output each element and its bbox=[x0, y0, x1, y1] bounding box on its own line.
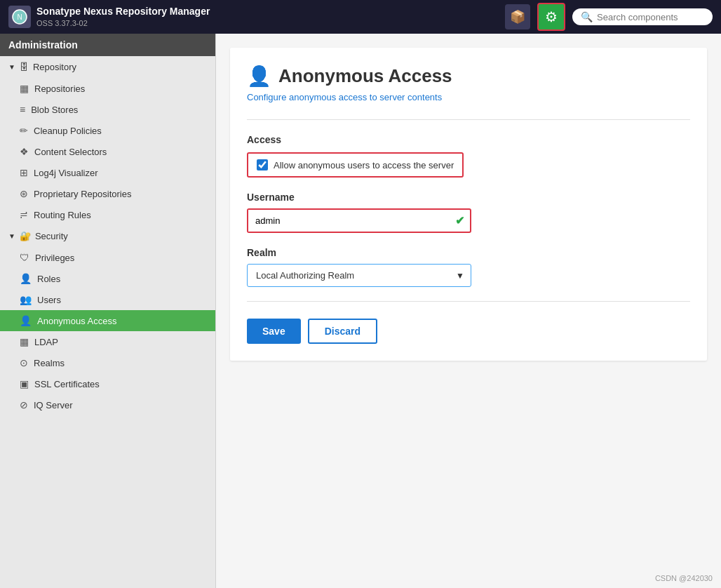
log4j-icon: ⊞ bbox=[20, 167, 28, 178]
app-body: Administration ▼ 🗄 Repository ▦ Reposito… bbox=[0, 34, 721, 588]
routing-icon: ≓ bbox=[20, 209, 28, 220]
allow-anonymous-checkbox[interactable] bbox=[257, 159, 268, 171]
security-icon: 🔐 bbox=[20, 231, 31, 241]
realm-select-wrapper: Local Authorizing Realm LDAP Realm Conan… bbox=[247, 264, 471, 287]
users-icon: 👥 bbox=[20, 294, 32, 305]
repository-section-header[interactable]: ▼ 🗄 Repository bbox=[0, 56, 215, 78]
sidebar-item-proprietary-repos[interactable]: ⊛ Proprietary Repositories bbox=[0, 183, 215, 204]
sidebar-item-ldap[interactable]: ▦ LDAP bbox=[0, 331, 215, 352]
button-group: Save Discard bbox=[247, 319, 690, 344]
app-logo: N Sonatype Nexus Repository Manager OSS … bbox=[8, 6, 210, 28]
realm-field-group: Realm Local Authorizing Realm LDAP Realm… bbox=[247, 247, 690, 287]
sidebar-item-routing-rules[interactable]: ≓ Routing Rules bbox=[0, 204, 215, 225]
section-divider bbox=[247, 119, 690, 120]
username-input[interactable] bbox=[248, 210, 455, 232]
discard-button[interactable]: Discard bbox=[308, 319, 377, 344]
browse-icon[interactable]: 📦 bbox=[505, 4, 530, 29]
save-button[interactable]: Save bbox=[247, 319, 301, 344]
anonymous-access-icon: 👤 bbox=[20, 315, 32, 326]
content-selectors-icon: ❖ bbox=[20, 146, 29, 157]
sidebar-item-iq-server[interactable]: ⊘ IQ Server bbox=[0, 394, 215, 415]
navbar: N Sonatype Nexus Repository Manager OSS … bbox=[0, 0, 721, 34]
button-divider bbox=[247, 301, 690, 302]
sidebar-item-cleanup-policies[interactable]: ✏ Cleanup Policies bbox=[0, 120, 215, 141]
svg-text:N: N bbox=[17, 13, 22, 21]
app-title: Sonatype Nexus Repository Manager OSS 3.… bbox=[36, 6, 210, 28]
admin-header: Administration bbox=[0, 34, 215, 56]
page-header-icon: 👤 bbox=[247, 65, 271, 88]
allow-anonymous-checkbox-wrapper[interactable]: Allow anonymous users to access the serv… bbox=[247, 152, 464, 178]
chevron-down-icon: ▼ bbox=[8, 63, 15, 71]
sidebar-item-log4j[interactable]: ⊞ Log4j Visualizer bbox=[0, 162, 215, 183]
page-header: 👤 Anonymous Access bbox=[247, 65, 690, 88]
search-bar[interactable]: 🔍 bbox=[572, 8, 713, 25]
sidebar-item-ssl-certificates[interactable]: ▣ SSL Certificates bbox=[0, 373, 215, 394]
username-field-group: Username ✔ bbox=[247, 192, 690, 233]
username-label: Username bbox=[247, 192, 690, 203]
search-icon: 🔍 bbox=[581, 11, 593, 22]
sidebar-item-content-selectors[interactable]: ❖ Content Selectors bbox=[0, 141, 215, 162]
ssl-icon: ▣ bbox=[20, 378, 29, 389]
sidebar-item-roles[interactable]: 👤 Roles bbox=[0, 268, 215, 289]
settings-icon[interactable]: ⚙ bbox=[537, 3, 565, 31]
realm-select[interactable]: Local Authorizing Realm LDAP Realm Conan… bbox=[247, 264, 471, 287]
security-section-header[interactable]: ▼ 🔐 Security bbox=[0, 225, 215, 247]
content-area: 👤 Anonymous Access Configure anonymous a… bbox=[230, 48, 707, 361]
blob-stores-icon: ≡ bbox=[20, 104, 25, 115]
watermark: CSDN @242030 bbox=[655, 574, 713, 582]
sidebar-item-anonymous-access[interactable]: 👤 Anonymous Access bbox=[0, 310, 215, 331]
repositories-icon: ▦ bbox=[20, 83, 29, 94]
proprietary-icon: ⊛ bbox=[20, 188, 28, 199]
privileges-icon: 🛡 bbox=[20, 252, 29, 263]
sidebar-item-realms[interactable]: ⊙ Realms bbox=[0, 352, 215, 373]
chevron-down-icon-security: ▼ bbox=[8, 232, 15, 240]
username-input-wrapper: ✔ bbox=[247, 208, 471, 233]
valid-checkmark-icon: ✔ bbox=[455, 214, 470, 227]
cleanup-icon: ✏ bbox=[20, 125, 28, 136]
access-section-label: Access bbox=[247, 134, 690, 145]
iq-server-icon: ⊘ bbox=[20, 399, 28, 410]
repository-icon: 🗄 bbox=[20, 62, 29, 72]
realm-label: Realm bbox=[247, 247, 690, 258]
sidebar-item-blob-stores[interactable]: ≡ Blob Stores bbox=[0, 99, 215, 120]
sidebar-item-users[interactable]: 👥 Users bbox=[0, 289, 215, 310]
logo-icon: N bbox=[8, 6, 31, 28]
sidebar-item-repositories[interactable]: ▦ Repositories bbox=[0, 78, 215, 99]
sidebar-item-privileges[interactable]: 🛡 Privileges bbox=[0, 247, 215, 268]
ldap-icon: ▦ bbox=[20, 336, 29, 347]
page-title: Anonymous Access bbox=[278, 65, 452, 87]
realms-icon: ⊙ bbox=[20, 357, 28, 368]
sidebar: Administration ▼ 🗄 Repository ▦ Reposito… bbox=[0, 34, 216, 588]
allow-anonymous-label: Allow anonymous users to access the serv… bbox=[274, 160, 454, 171]
page-subtitle: Configure anonymous access to server con… bbox=[247, 92, 690, 102]
main-content: 👤 Anonymous Access Configure anonymous a… bbox=[216, 34, 721, 588]
search-input[interactable] bbox=[597, 12, 704, 22]
roles-icon: 👤 bbox=[20, 273, 32, 284]
